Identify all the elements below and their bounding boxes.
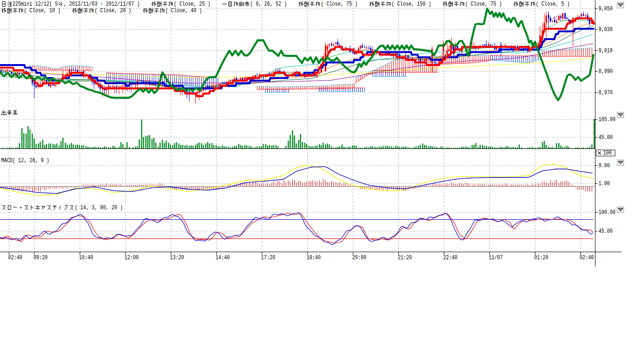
- svg-text:45.00: 45.00: [599, 228, 613, 235]
- svg-text:100.00: 100.00: [599, 209, 616, 216]
- svg-text:( 9, 26, 52 ): ( 9, 26, 52 ): [250, 1, 298, 8]
- svg-text:18:40: 18:40: [306, 255, 321, 261]
- svg-text:22:40: 22:40: [443, 255, 457, 261]
- svg-text:( Close, 150 ): ( Close, 150 ): [392, 1, 443, 8]
- svg-text:14:40: 14:40: [215, 255, 230, 261]
- svg-text:9,030: 9,030: [599, 26, 613, 33]
- svg-text:( Close, 75 ): ( Close, 75 ): [321, 1, 369, 8]
- svg-text:( Close, 20 ): ( Close, 20 ): [95, 8, 143, 14]
- svg-text:225mini 12/12( 5: 225mini 12/12( 5: [13, 1, 58, 8]
- svg-text:9,010: 9,010: [599, 48, 613, 54]
- svg-text:( Close, 25 ): ( Close, 25 ): [174, 1, 222, 8]
- svg-text:9,050: 9,050: [599, 6, 613, 12]
- svg-text:02:40: 02:40: [8, 255, 22, 261]
- svg-text:( 14, 3, 80, 20 ): ( 14, 3, 80, 20 ): [75, 205, 123, 211]
- svg-text:( Close, 5 ): ( Close, 5 ): [536, 1, 570, 8]
- svg-text:, 2012/11/03 - 2012/11/07 ): , 2012/11/03 - 2012/11/07 ): [64, 1, 151, 8]
- svg-text:45.00: 45.00: [599, 134, 613, 141]
- svg-text:10:40: 10:40: [79, 255, 93, 261]
- svg-text:21:20: 21:20: [397, 255, 412, 261]
- svg-text:8,990: 8,990: [599, 68, 613, 75]
- svg-text:01:20: 01:20: [534, 255, 548, 261]
- svg-text:MACD( 12, 26, 9 ): MACD( 12, 26, 9 ): [1, 157, 50, 164]
- svg-text:17:20: 17:20: [261, 255, 275, 261]
- svg-text:105.00: 105.00: [599, 116, 616, 123]
- svg-text:12:00: 12:00: [124, 255, 139, 261]
- svg-text:13:20: 13:20: [170, 255, 184, 261]
- svg-text:1.00: 1.00: [599, 181, 610, 187]
- svg-text:8,970: 8,970: [599, 90, 613, 96]
- svg-text:09:20: 09:20: [33, 255, 48, 261]
- svg-text:100: 100: [603, 150, 612, 156]
- svg-text:9.00: 9.00: [599, 163, 610, 169]
- svg-text:( Close, 40 ): ( Close, 40 ): [165, 8, 202, 14]
- svg-text:02:40: 02:40: [580, 255, 594, 261]
- svg-text:11/07: 11/07: [489, 255, 503, 261]
- svg-text:20:00: 20:00: [352, 255, 366, 261]
- svg-text:( Close, 10 ): ( Close, 10 ): [24, 8, 72, 14]
- svg-text:( Close, 75 ): ( Close, 75 ): [465, 1, 513, 8]
